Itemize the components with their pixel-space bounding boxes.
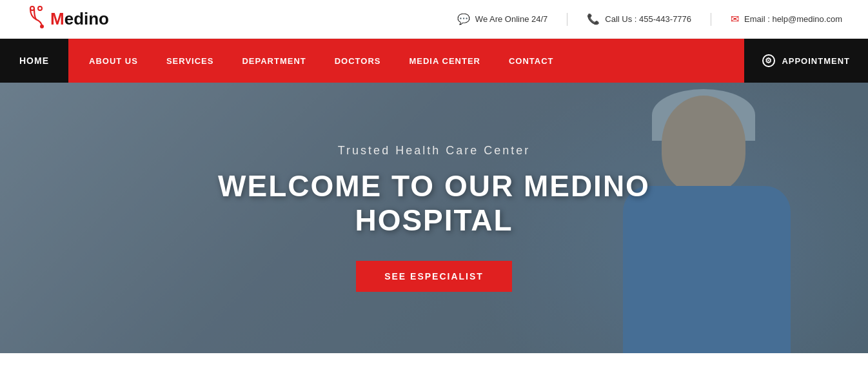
logo-text: Medino (50, 9, 109, 29)
nav-services[interactable]: SERVICES (152, 39, 228, 83)
online-text: We Are Online 24/7 (475, 14, 548, 24)
navbar: HOME ABOUT US SERVICES DEPARTMENT DOCTOR… (0, 39, 868, 83)
logo-icon (26, 5, 46, 33)
top-contacts: 💬 We Are Online 24/7 📞 Call Us : 455-443… (457, 13, 842, 26)
nav-about[interactable]: ABOUT US (75, 39, 152, 83)
contact-online: 💬 We Are Online 24/7 (457, 13, 548, 25)
contact-phone: 📞 Call Us : 455-443-7776 (587, 13, 691, 25)
email-text: Email : help@medino.com (744, 14, 842, 24)
svg-point-1 (38, 6, 42, 10)
contact-email: ✉ Email : help@medino.com (731, 13, 842, 25)
phone-icon: 📞 (587, 13, 600, 25)
divider-2 (711, 13, 711, 26)
nav-home[interactable]: HOME (0, 39, 68, 83)
nav-media[interactable]: MEDIA CENTER (395, 39, 494, 83)
hero-section: Trusted Health Care Center WELCOME TO OU… (0, 83, 868, 353)
nav-department[interactable]: DEPARTMENT (228, 39, 320, 83)
nav-links: ABOUT US SERVICES DEPARTMENT DOCTORS MED… (68, 39, 744, 83)
nav-contact[interactable]: CONTACT (495, 39, 568, 83)
divider-1 (567, 13, 567, 26)
online-icon: 💬 (457, 13, 470, 25)
see-specialist-button[interactable]: SEE ESPECIALIST (356, 261, 512, 292)
appointment-button[interactable]: ⚙ APPOINTMENT (744, 39, 868, 83)
nav-appointment-wrapper: ⚙ APPOINTMENT (744, 39, 868, 83)
hero-content: Trusted Health Care Center WELCOME TO OU… (208, 144, 660, 292)
hero-subtitle: Trusted Health Care Center (208, 144, 660, 158)
top-bar: Medino 💬 We Are Online 24/7 📞 Call Us : … (0, 0, 868, 39)
gear-icon: ⚙ (762, 54, 775, 67)
svg-point-2 (40, 25, 44, 28)
phone-text: Call Us : 455-443-7776 (605, 14, 691, 24)
nav-doctors[interactable]: DOCTORS (321, 39, 395, 83)
hero-title: WELCOME TO OUR MEDINO HOSPITAL (208, 169, 660, 238)
logo[interactable]: Medino (26, 5, 109, 33)
email-icon: ✉ (731, 13, 739, 25)
